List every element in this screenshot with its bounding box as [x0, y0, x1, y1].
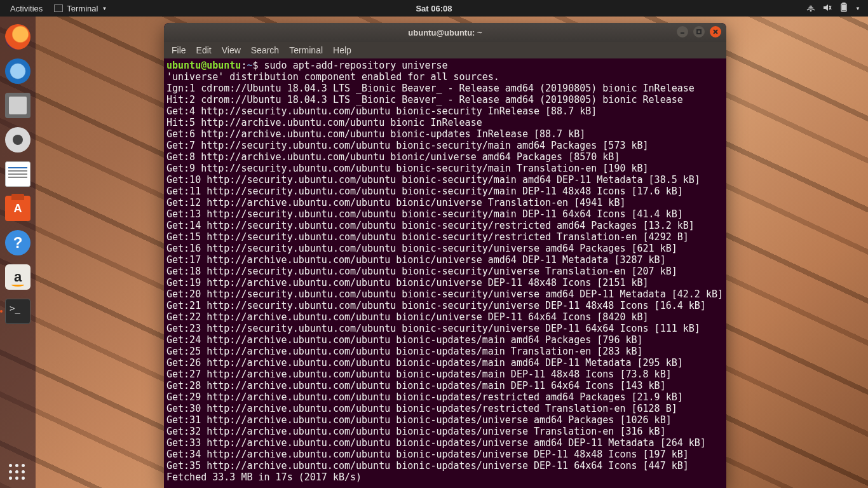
window-controls [677, 26, 721, 37]
menu-search[interactable]: Search [251, 45, 279, 55]
dock-item-writer[interactable] [3, 159, 33, 189]
dock-item-help[interactable]: ? [3, 227, 33, 258]
dock-item-files[interactable] [3, 90, 33, 121]
menubar: File Edit View Search Terminal Help [164, 42, 726, 58]
terminal-icon [5, 299, 31, 324]
app-menu-label: Terminal [67, 4, 98, 13]
top-panel: Activities Terminal ▼ Sat 06:08 ▼ [0, 0, 868, 17]
svg-point-0 [810, 10, 811, 11]
amazon-icon: a [5, 264, 31, 290]
svg-rect-4 [697, 30, 701, 34]
dock-item-firefox[interactable] [3, 22, 33, 52]
software-icon [5, 196, 31, 221]
dock-item-terminal[interactable] [3, 296, 33, 327]
clock[interactable]: Sat 06:08 [416, 4, 452, 13]
close-button[interactable] [710, 26, 721, 37]
menu-terminal[interactable]: Terminal [289, 45, 323, 55]
window-title: ubuntu@ubuntu: ~ [408, 28, 482, 37]
dock-item-amazon[interactable]: a [3, 262, 33, 292]
chevron-down-icon: ▼ [102, 6, 107, 11]
rhythmbox-icon [5, 127, 31, 152]
menu-help[interactable]: Help [333, 45, 351, 55]
network-icon[interactable] [806, 3, 816, 15]
menu-file[interactable]: File [172, 45, 186, 55]
terminal-icon [54, 4, 63, 12]
menu-edit[interactable]: Edit [196, 45, 212, 55]
dock-item-thunderbird[interactable] [3, 56, 33, 86]
activities-button[interactable]: Activities [10, 4, 43, 13]
volume-icon[interactable] [822, 3, 832, 15]
writer-icon [5, 161, 31, 187]
show-applications-button[interactable] [9, 464, 27, 482]
svg-rect-2 [843, 3, 845, 4]
svg-rect-3 [843, 5, 846, 10]
system-menu-chevron-icon[interactable]: ▼ [855, 6, 860, 11]
firefox-icon [5, 24, 31, 50]
dock: ? a [0, 17, 36, 488]
app-menu[interactable]: Terminal ▼ [54, 4, 107, 13]
files-icon [5, 93, 31, 118]
dock-item-software[interactable] [3, 193, 33, 224]
minimize-button[interactable] [677, 26, 688, 37]
help-icon: ? [5, 230, 31, 255]
battery-icon[interactable] [839, 3, 849, 15]
menu-view[interactable]: View [222, 45, 241, 55]
maximize-button[interactable] [693, 26, 705, 37]
terminal-output[interactable]: ubuntu@ubuntu:~$ sudo apt-add-repository… [164, 58, 726, 488]
terminal-window: ubuntu@ubuntu: ~ File Edit View Search T… [164, 23, 726, 488]
thunderbird-icon [5, 58, 31, 84]
dock-item-rhythmbox[interactable] [3, 125, 33, 155]
window-titlebar[interactable]: ubuntu@ubuntu: ~ [164, 23, 726, 42]
